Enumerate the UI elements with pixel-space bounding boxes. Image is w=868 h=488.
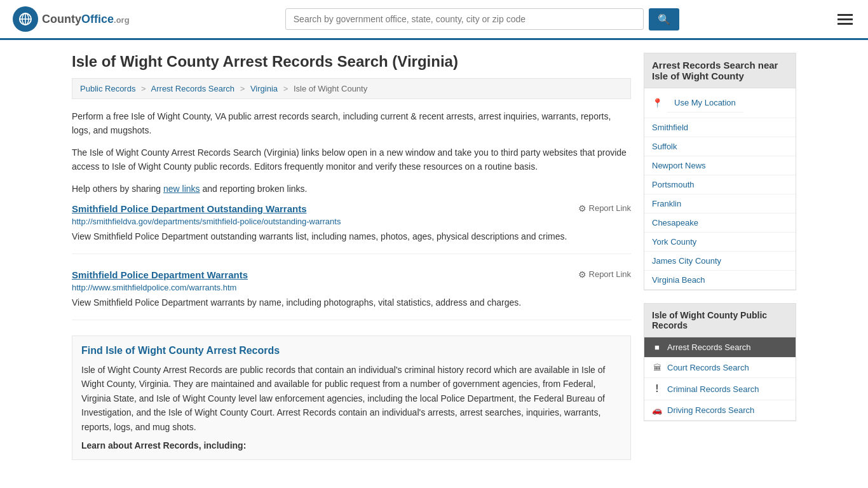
sidebar-item-james-city-county[interactable]: James City County	[644, 252, 796, 271]
sidebar-nearby-section: Arrest Records Search near Isle of Wight…	[644, 53, 796, 290]
report-link-0[interactable]: ⚙ Report Link	[578, 203, 631, 214]
link-title-0[interactable]: Smithfield Police Department Outstanding…	[72, 203, 307, 214]
court-records-label: Court Records Search	[667, 363, 749, 372]
breadcrumb: Public Records > Arrest Records Search >…	[72, 78, 631, 99]
report-label-0: Report Link	[589, 203, 631, 213]
page-title: Isle of Wight County Arrest Records Sear…	[72, 53, 631, 71]
court-records-icon: 🏛	[652, 363, 662, 372]
sidebar-item-franklin[interactable]: Franklin	[644, 194, 796, 214]
link-url-0[interactable]: http://smithfieldva.gov/departments/smit…	[72, 217, 631, 226]
breadcrumb-sep-3: >	[283, 84, 288, 93]
desc3-suffix: and reporting broken links.	[200, 184, 308, 194]
breadcrumb-sep-1: >	[141, 84, 146, 93]
sidebar-public-records-section: Isle of Wight County Public Records ■ Ar…	[644, 303, 796, 421]
link-url-1[interactable]: http://www.smithfieldpolice.com/warrants…	[72, 283, 631, 292]
link-title-1[interactable]: Smithfield Police Department Warrants	[72, 269, 248, 280]
find-section: Find Isle of Wight County Arrest Records…	[72, 336, 631, 460]
link-cards: Smithfield Police Department Outstanding…	[72, 203, 631, 320]
breadcrumb-public-records[interactable]: Public Records	[80, 84, 135, 93]
desc3-prefix: Help others by sharing	[72, 184, 163, 194]
report-label-1: Report Link	[589, 269, 631, 279]
breadcrumb-county: Isle of Wight County	[294, 84, 367, 93]
menu-bar-1	[837, 14, 853, 16]
arrest-records-label: Arrest Records Search	[667, 342, 751, 352]
pub-rec-driving-records[interactable]: 🚗 Driving Records Search	[644, 400, 796, 421]
logo-icon	[13, 6, 38, 32]
description-3: Help others by sharing new links and rep…	[72, 182, 631, 196]
find-section-title: Find Isle of Wight County Arrest Records	[81, 345, 621, 356]
description-1: Perform a free Isle of Wight County, VA …	[72, 109, 631, 138]
driving-records-label: Driving Records Search	[667, 405, 754, 415]
new-links-link[interactable]: new links	[163, 184, 200, 194]
report-link-1[interactable]: ⚙ Report Link	[578, 269, 631, 280]
criminal-records-label: Criminal Records Search	[667, 384, 759, 394]
search-input[interactable]	[285, 8, 644, 30]
breadcrumb-sep-2: >	[240, 84, 245, 93]
sidebar-item-newport-news[interactable]: Newport News	[644, 156, 796, 175]
sidebar-item-york-county[interactable]: York County	[644, 233, 796, 252]
link-desc-0: View Smithfield Police Department outsta…	[72, 230, 631, 243]
main-container: Isle of Wight County Arrest Records Sear…	[59, 40, 809, 473]
logo-text: CountyOffice.org	[42, 13, 130, 26]
breadcrumb-arrest-records[interactable]: Arrest Records Search	[151, 84, 235, 93]
sidebar-item-portsmouth[interactable]: Portsmouth	[644, 175, 796, 194]
content-area: Isle of Wight County Arrest Records Sear…	[72, 53, 631, 460]
location-icon: 📍	[652, 98, 663, 108]
breadcrumb-virginia[interactable]: Virginia	[250, 84, 278, 93]
sidebar: Arrest Records Search near Isle of Wight…	[644, 53, 796, 460]
sidebar-item-virginia-beach[interactable]: Virginia Beach	[644, 271, 796, 290]
sidebar-item-smithfield[interactable]: Smithfield	[644, 118, 796, 137]
driving-records-icon: 🚗	[652, 405, 662, 415]
description-2: The Isle of Wight County Arrest Records …	[72, 146, 631, 174]
pub-rec-criminal-records[interactable]: ! Criminal Records Search	[644, 378, 796, 400]
pub-rec-arrest-records[interactable]: ■ Arrest Records Search	[644, 337, 796, 358]
logo[interactable]: CountyOffice.org	[13, 6, 130, 32]
menu-bar-3	[837, 23, 853, 25]
search-button[interactable]: 🔍	[649, 8, 679, 30]
use-my-location-link[interactable]: Use My Location	[667, 93, 743, 112]
link-card-1: Smithfield Police Department Warrants ⚙ …	[72, 269, 631, 320]
sidebar-nearby-title: Arrest Records Search near Isle of Wight…	[644, 53, 796, 88]
sidebar-item-suffolk[interactable]: Suffolk	[644, 137, 796, 156]
search-icon: 🔍	[658, 14, 670, 25]
learn-title: Learn about Arrest Records, including:	[81, 440, 621, 451]
sidebar-use-my-location[interactable]: 📍 Use My Location	[644, 88, 796, 118]
report-icon-0: ⚙	[578, 203, 587, 214]
arrest-records-icon: ■	[652, 342, 662, 352]
find-section-text: Isle of Wight County Arrest Records are …	[81, 363, 621, 434]
search-bar: 🔍	[285, 8, 679, 30]
sidebar-nearby-links: 📍 Use My Location Smithfield Suffolk New…	[644, 88, 796, 290]
report-icon-1: ⚙	[578, 269, 587, 280]
link-card-0: Smithfield Police Department Outstanding…	[72, 203, 631, 254]
link-desc-1: View Smithfield Police Department warran…	[72, 296, 631, 309]
sidebar-item-chesapeake[interactable]: Chesapeake	[644, 214, 796, 233]
menu-button[interactable]	[835, 11, 855, 27]
sidebar-public-records-title: Isle of Wight County Public Records	[644, 304, 796, 337]
site-header: CountyOffice.org 🔍	[0, 0, 868, 40]
pub-rec-court-records[interactable]: 🏛 Court Records Search	[644, 358, 796, 378]
menu-bar-2	[837, 18, 853, 20]
criminal-records-icon: !	[652, 383, 662, 395]
